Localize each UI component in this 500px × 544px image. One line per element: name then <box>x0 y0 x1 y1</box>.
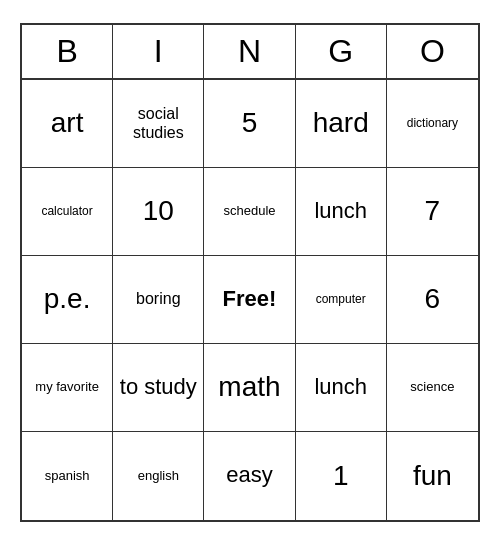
bingo-cell-3: hard <box>296 80 387 168</box>
bingo-cell-20: spanish <box>22 432 113 520</box>
bingo-cell-7: schedule <box>204 168 295 256</box>
bingo-cell-4: dictionary <box>387 80 478 168</box>
bingo-cell-9: 7 <box>387 168 478 256</box>
header-letter-n: N <box>204 25 295 78</box>
bingo-cell-18: lunch <box>296 344 387 432</box>
bingo-cell-14: 6 <box>387 256 478 344</box>
header-letter-g: G <box>296 25 387 78</box>
header-letter-o: O <box>387 25 478 78</box>
bingo-cell-15: my favorite <box>22 344 113 432</box>
bingo-cell-17: math <box>204 344 295 432</box>
bingo-grid: artsocial studies5harddictionarycalculat… <box>22 80 478 520</box>
bingo-cell-16: to study <box>113 344 204 432</box>
bingo-cell-23: 1 <box>296 432 387 520</box>
bingo-cell-0: art <box>22 80 113 168</box>
bingo-cell-10: p.e. <box>22 256 113 344</box>
bingo-header: BINGO <box>22 25 478 80</box>
bingo-cell-24: fun <box>387 432 478 520</box>
bingo-cell-8: lunch <box>296 168 387 256</box>
bingo-cell-12: Free! <box>204 256 295 344</box>
bingo-cell-21: english <box>113 432 204 520</box>
bingo-cell-5: calculator <box>22 168 113 256</box>
bingo-cell-22: easy <box>204 432 295 520</box>
bingo-cell-13: computer <box>296 256 387 344</box>
header-letter-i: I <box>113 25 204 78</box>
bingo-cell-1: social studies <box>113 80 204 168</box>
bingo-card: BINGO artsocial studies5harddictionaryca… <box>20 23 480 522</box>
bingo-cell-2: 5 <box>204 80 295 168</box>
header-letter-b: B <box>22 25 113 78</box>
bingo-cell-6: 10 <box>113 168 204 256</box>
bingo-cell-11: boring <box>113 256 204 344</box>
bingo-cell-19: science <box>387 344 478 432</box>
